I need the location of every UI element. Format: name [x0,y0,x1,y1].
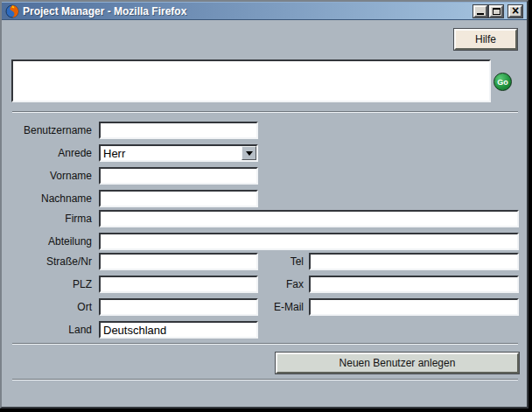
anrede-label: Anrede [9,147,92,159]
abteilung-input[interactable] [99,233,519,250]
maximize-icon [493,8,500,15]
vorname-input[interactable] [99,167,258,185]
firefox-icon [5,4,19,18]
abteilung-label: Abteilung [9,235,92,248]
maximize-button[interactable] [489,5,503,17]
land-label: Land [9,324,92,336]
benutzername-label: Benutzername [9,124,92,136]
fax-label: Fax [220,278,304,290]
nachname-input[interactable] [99,190,258,207]
vorname-label: Vorname [9,170,92,182]
nachname-label: Nachname [9,192,92,205]
form-row-benutzername: Benutzername [2,122,527,139]
main-text-area[interactable] [11,59,491,102]
anrede-select[interactable]: Herr [99,144,258,162]
help-button[interactable]: Hilfe [454,29,517,50]
land-input[interactable] [99,321,258,339]
window-controls: × [473,5,522,17]
form-row-vorname: Vorname [2,167,527,185]
ort-label: Ort [9,301,92,313]
benutzername-input[interactable] [99,122,258,139]
separator-top [12,111,518,113]
go-button[interactable]: Go [494,73,512,91]
tel-input[interactable] [309,253,519,270]
form-row-land: Land [2,321,527,339]
separator-above-button [12,343,518,345]
close-icon: × [512,7,519,15]
form-row-abteilung: Abteilung [2,233,527,250]
form-row-anrede: Anrede Herr [2,144,527,162]
fax-input[interactable] [309,276,519,293]
minimize-button[interactable] [473,5,487,17]
plz-label: PLZ [9,278,92,290]
project-manager-window: Project Manager - Mozilla Firefox × Hilf… [0,0,528,409]
firma-input[interactable] [99,210,519,227]
anrede-selected-value: Herr [101,147,242,160]
firma-label: Firma [9,213,92,225]
close-button[interactable]: × [508,5,522,17]
down-triangle-glyph [246,151,253,156]
window-title: Project Manager - Mozilla Firefox [23,5,473,17]
form-row-plz-fax: PLZ Fax [2,276,527,293]
form-row-ort-email: Ort E-Mail [2,298,527,316]
titlebar[interactable]: Project Manager - Mozilla Firefox × [2,2,527,20]
email-input[interactable] [309,298,519,316]
email-label: E-Mail [220,301,304,313]
tel-label: Tel [220,255,304,268]
strasse-label: Straße/Nr [9,255,92,268]
form-row-firma: Firma [2,210,527,227]
minimize-icon [477,13,484,15]
form-row-strasse-tel: Straße/Nr Tel [2,253,527,270]
chevron-down-icon[interactable] [242,146,256,160]
create-user-button[interactable]: Neuen Benutzer anlegen [276,353,519,374]
form-row-nachname: Nachname [2,190,527,207]
separator-bottom [12,379,518,381]
